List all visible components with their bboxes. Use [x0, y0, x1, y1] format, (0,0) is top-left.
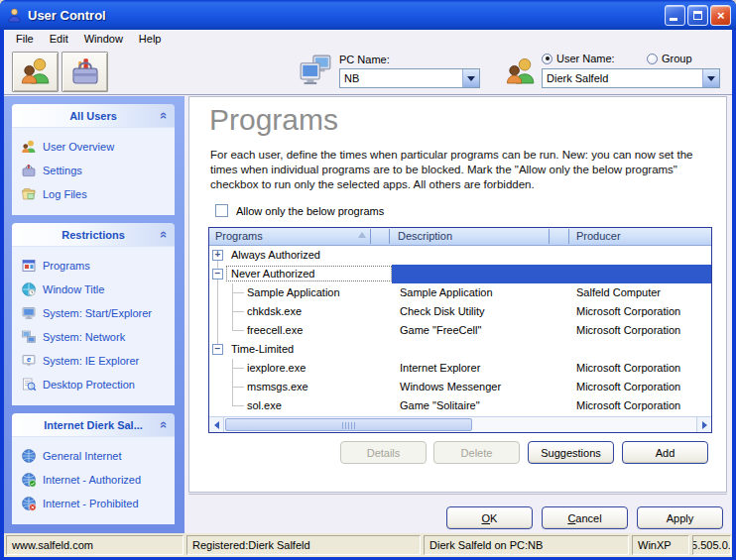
sidebar-item-desktop-protection[interactable]: Desktop Protection — [12, 373, 175, 396]
system-start-icon — [21, 305, 37, 321]
tree-tick — [232, 359, 244, 369]
cell-program: freecell.exe — [247, 321, 303, 340]
scrollbar-thumb[interactable] — [225, 418, 472, 431]
sidebar-item-general-internet[interactable]: General Internet — [12, 444, 175, 468]
maximize-icon — [693, 11, 702, 20]
sidebar-item-programs[interactable]: Programs — [12, 254, 175, 278]
table-program-row[interactable]: msmsgs.exeWindows MessengerMicrosoft Cor… — [209, 378, 711, 396]
scroll-right-icon[interactable] — [696, 417, 711, 432]
pc-name-value: NB — [340, 69, 462, 87]
apply-button[interactable]: Apply — [637, 506, 723, 529]
user-name-value: Dierk Salfeld — [543, 69, 702, 87]
toolbar: PC Name: NB User Name: Group Dierk Salfe… — [4, 48, 732, 94]
title-bar[interactable]: User Control × — [0, 0, 736, 30]
sidebar-item-label: General Internet — [43, 450, 122, 462]
group-label: Time-Limited — [231, 340, 294, 359]
sidebar-item-log-files[interactable]: Log Files — [12, 182, 175, 206]
table-group-row[interactable]: −Time-Limited — [209, 340, 711, 359]
pc-name-label: PC Name: — [339, 54, 390, 65]
menu-item-help[interactable]: Help — [131, 32, 170, 47]
sidebar-item-user-overview[interactable]: User Overview — [12, 135, 175, 159]
menu-item-file[interactable]: File — [8, 32, 42, 47]
sidebar-item-label: System: Start/Explorer — [43, 307, 152, 319]
table-program-row[interactable]: sol.exeGame "Solitaire"Microsoft Corpora… — [209, 396, 711, 415]
user-group-icon — [504, 56, 538, 89]
users-toolbar-button[interactable] — [12, 52, 59, 92]
statusbar-cell-2: Dierk Salfeld on PC:NB — [424, 535, 629, 555]
svg-text:e: e — [27, 355, 31, 364]
sidebar-item-label: Log Files — [43, 188, 87, 200]
cancel-button[interactable]: Cancel — [542, 506, 628, 529]
chevron-down-icon[interactable] — [462, 69, 479, 87]
sidebar-item-window-title[interactable]: Window Title — [12, 278, 175, 301]
minimize-button[interactable] — [665, 5, 685, 26]
sidebar-item-system-start-explorer[interactable]: System: Start/Explorer — [12, 301, 175, 325]
table-group-row[interactable]: −Never Authorized — [209, 265, 711, 283]
user-name-radio[interactable]: User Name: — [542, 53, 615, 64]
toolbox-toolbar-button[interactable] — [61, 52, 108, 92]
table-program-row[interactable]: chkdsk.exeCheck Disk UtilityMicrosoft Co… — [209, 302, 711, 321]
cell-producer: Microsoft Corporation — [576, 359, 680, 378]
expand-toggle[interactable]: − — [212, 269, 223, 280]
user-name-select[interactable]: Dierk Salfeld — [542, 68, 720, 88]
table-group-row[interactable]: +Always Authorized — [209, 246, 711, 265]
sidebar-section-title: Restrictions — [61, 229, 125, 241]
maximize-button[interactable] — [687, 5, 708, 26]
allow-only-checkbox[interactable] — [215, 204, 228, 217]
programs-icon — [21, 258, 37, 274]
column-header-producer[interactable]: Producer — [576, 230, 621, 242]
sidebar-section-header[interactable]: Restrictions« — [12, 223, 175, 246]
group-radio[interactable]: Group — [647, 53, 692, 64]
close-button[interactable]: × — [710, 5, 731, 26]
column-header-description[interactable]: Description — [398, 230, 452, 242]
sidebar-item-settings[interactable]: Settings — [12, 159, 175, 182]
sidebar-section-header[interactable]: Internet Dierk Sal...« — [12, 413, 175, 436]
cell-program: chkdsk.exe — [247, 302, 302, 321]
add-button[interactable]: Add — [622, 441, 708, 464]
sidebar-item-internet-authorized[interactable]: Internet - Authorized — [12, 468, 175, 492]
group-radio-label: Group — [662, 53, 692, 64]
chevron-collapse-icon[interactable]: « — [157, 421, 172, 428]
chevron-collapse-icon[interactable]: « — [157, 112, 172, 119]
sidebar-item-label: Settings — [43, 165, 82, 176]
details-button: Details — [340, 441, 427, 464]
minimize-icon — [670, 18, 677, 21]
sidebar-item-system-network[interactable]: System: Network — [12, 325, 175, 349]
column-header-programs[interactable]: Programs — [215, 230, 263, 242]
sidebar-item-label: System: Network — [43, 331, 125, 343]
tree-tick — [232, 378, 244, 388]
cell-producer: Microsoft Corporation — [576, 378, 680, 396]
sidebar-item-internet-prohibited[interactable]: Internet - Prohibited — [12, 492, 175, 515]
programs-table-body: +Always Authorized−Never AuthorizedSampl… — [209, 246, 711, 415]
sidebar-section-1: Restrictions«ProgramsWindow TitleSystem:… — [12, 223, 175, 405]
chevron-down-icon[interactable] — [702, 69, 719, 87]
expand-toggle[interactable]: − — [212, 344, 223, 355]
pc-name-select[interactable]: NB — [339, 68, 480, 88]
close-icon: × — [717, 9, 725, 22]
chevron-collapse-icon[interactable]: « — [157, 231, 172, 238]
table-program-row[interactable]: Sample ApplicationSample ApplicationSalf… — [209, 283, 711, 302]
sidebar-item-label: Programs — [43, 260, 90, 272]
table-program-row[interactable]: freecell.exeGame "FreeCell"Microsoft Cor… — [209, 321, 711, 340]
scroll-left-icon[interactable] — [209, 417, 224, 432]
expand-toggle[interactable]: + — [212, 250, 223, 261]
window-title-icon — [21, 281, 37, 297]
cell-program: Sample Application — [247, 283, 340, 302]
suggestions-button[interactable]: Suggestions — [528, 441, 614, 464]
sidebar-item-label: System: IE Explorer — [43, 355, 139, 367]
menu-item-edit[interactable]: Edit — [42, 32, 76, 47]
sidebar-item-system-ie-explorer[interactable]: eSystem: IE Explorer — [12, 349, 175, 373]
horizontal-scrollbar[interactable] — [209, 416, 711, 432]
group-label: Always Authorized — [231, 246, 320, 265]
tree-tick — [232, 302, 244, 312]
sidebar-section-header[interactable]: All Users« — [12, 104, 175, 127]
sidebar-item-label: User Overview — [43, 141, 114, 153]
delete-button: Delete — [433, 441, 520, 464]
cell-program: msmsgs.exe — [247, 378, 308, 396]
users-icon — [19, 56, 53, 89]
menu-item-window[interactable]: Window — [76, 32, 131, 47]
table-program-row[interactable]: iexplore.exeInternet ExplorerMicrosoft C… — [209, 359, 711, 378]
menu-bar: FileEditWindowHelp — [4, 30, 732, 48]
ok-button[interactable]: OK — [446, 506, 533, 529]
system-ie-icon: e — [21, 353, 37, 369]
